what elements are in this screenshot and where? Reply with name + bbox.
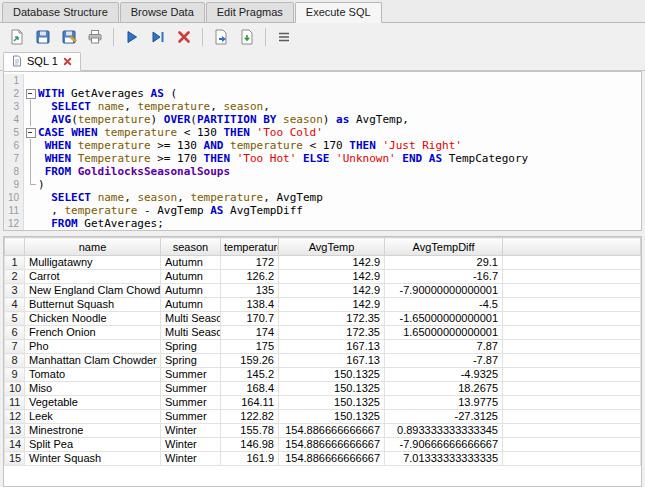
cell-avgtemp[interactable]: 150.1325 <box>279 396 385 410</box>
cell-season[interactable]: Multi Season <box>161 326 221 340</box>
cell-temperature[interactable]: 122.82 <box>221 410 279 424</box>
tab-browse-data[interactable]: Browse Data <box>120 2 205 23</box>
cell-avgtemp[interactable]: 142.9 <box>279 256 385 270</box>
cell-avgtempdiff[interactable]: -7.87 <box>385 354 503 368</box>
row-number[interactable]: 14 <box>5 438 25 452</box>
cell-temperature[interactable]: 145.2 <box>221 368 279 382</box>
cell-name[interactable]: Tomato <box>25 368 161 382</box>
row-number[interactable]: 15 <box>5 452 25 466</box>
cell-temperature[interactable]: 164.11 <box>221 396 279 410</box>
cell-avgtempdiff[interactable]: 7.01333333333335 <box>385 452 503 466</box>
row-number[interactable]: 6 <box>5 326 25 340</box>
cell-avgtempdiff[interactable]: 13.9775 <box>385 396 503 410</box>
cell-season[interactable]: Multi Season <box>161 312 221 326</box>
cell-season[interactable]: Winter <box>161 424 221 438</box>
cell-name[interactable]: Pho <box>25 340 161 354</box>
cell-name[interactable]: Mulligatawny <box>25 256 161 270</box>
cell-name[interactable]: Leek <box>25 410 161 424</box>
row-number[interactable]: 7 <box>5 340 25 354</box>
cell-name[interactable]: Winter Squash <box>25 452 161 466</box>
row-number[interactable]: 8 <box>5 354 25 368</box>
cell-avgtemp[interactable]: 154.886666666667 <box>279 424 385 438</box>
tab-database-structure[interactable]: Database Structure <box>2 2 119 23</box>
cell-temperature[interactable]: 126.2 <box>221 270 279 284</box>
cell-temperature[interactable]: 175 <box>221 340 279 354</box>
save-sql-file-as-button[interactable] <box>57 26 81 48</box>
cell-temperature[interactable]: 155.78 <box>221 424 279 438</box>
cell-temperature[interactable]: 159.26 <box>221 354 279 368</box>
cell-avgtempdiff[interactable]: -4.5 <box>385 298 503 312</box>
cell-temperature[interactable]: 168.4 <box>221 382 279 396</box>
cell-avgtemp[interactable]: 150.1325 <box>279 368 385 382</box>
open-sql-file-button[interactable] <box>5 26 29 48</box>
cell-season[interactable]: Autumn <box>161 298 221 312</box>
cell-avgtemp[interactable]: 154.886666666667 <box>279 452 385 466</box>
cell-avgtempdiff[interactable]: -16.7 <box>385 270 503 284</box>
row-number[interactable]: 10 <box>5 382 25 396</box>
cell-avgtemp[interactable]: 142.9 <box>279 284 385 298</box>
cell-name[interactable]: Manhattan Clam Chowder <box>25 354 161 368</box>
cell-temperature[interactable]: 174 <box>221 326 279 340</box>
cell-temperature[interactable]: 135 <box>221 284 279 298</box>
cell-avgtempdiff[interactable]: -4.9325 <box>385 368 503 382</box>
cell-season[interactable]: Summer <box>161 396 221 410</box>
cell-avgtempdiff[interactable]: 0.893333333333345 <box>385 424 503 438</box>
cell-avgtemp[interactable]: 142.9 <box>279 270 385 284</box>
tab-execute-sql[interactable]: Execute SQL <box>295 2 382 23</box>
cell-temperature[interactable]: 170.7 <box>221 312 279 326</box>
cell-avgtempdiff[interactable]: 7.87 <box>385 340 503 354</box>
cell-season[interactable]: Autumn <box>161 284 221 298</box>
cell-name[interactable]: Vegetable <box>25 396 161 410</box>
row-number[interactable]: 9 <box>5 368 25 382</box>
save-results-button[interactable] <box>235 26 259 48</box>
cell-avgtemp[interactable]: 172.35 <box>279 312 385 326</box>
cell-name[interactable]: Minestrone <box>25 424 161 438</box>
column-header-avgtemp[interactable]: AvgTemp <box>279 238 385 256</box>
cell-avgtempdiff[interactable]: -27.3125 <box>385 410 503 424</box>
cell-avgtemp[interactable]: 150.1325 <box>279 382 385 396</box>
print-button[interactable] <box>83 26 107 48</box>
cell-avgtempdiff[interactable]: -1.65000000000001 <box>385 312 503 326</box>
cell-avgtemp[interactable]: 154.886666666667 <box>279 438 385 452</box>
export-results-button[interactable] <box>209 26 233 48</box>
cell-name[interactable]: Butternut Squash <box>25 298 161 312</box>
cell-name[interactable]: French Onion <box>25 326 161 340</box>
row-number[interactable]: 5 <box>5 312 25 326</box>
fold-collapse-icon[interactable] <box>24 87 37 100</box>
sql-editor[interactable]: 12WITH GetAverages AS (3 SELECT name, te… <box>3 71 642 231</box>
cell-season[interactable]: Autumn <box>161 256 221 270</box>
cell-name[interactable]: Split Pea <box>25 438 161 452</box>
cell-temperature[interactable]: 146.98 <box>221 438 279 452</box>
cell-avgtemp[interactable]: 142.9 <box>279 298 385 312</box>
cell-avgtempdiff[interactable]: 29.1 <box>385 256 503 270</box>
execute-all-button[interactable] <box>120 26 144 48</box>
cell-season[interactable]: Winter <box>161 452 221 466</box>
menu-button[interactable] <box>272 26 296 48</box>
row-number[interactable]: 3 <box>5 284 25 298</box>
tab-edit-pragmas[interactable]: Edit Pragmas <box>206 2 294 23</box>
cell-avgtemp[interactable]: 167.13 <box>279 354 385 368</box>
cell-temperature[interactable]: 172 <box>221 256 279 270</box>
cell-season[interactable]: Winter <box>161 438 221 452</box>
row-number[interactable]: 12 <box>5 410 25 424</box>
row-number[interactable]: 1 <box>5 256 25 270</box>
cell-name[interactable]: Chicken Noodle <box>25 312 161 326</box>
save-sql-file-button[interactable] <box>31 26 55 48</box>
cell-season[interactable]: Summer <box>161 410 221 424</box>
row-number[interactable]: 11 <box>5 396 25 410</box>
row-number[interactable]: 2 <box>5 270 25 284</box>
column-header-name[interactable]: name <box>25 238 161 256</box>
cell-season[interactable]: Spring <box>161 354 221 368</box>
fold-collapse-icon[interactable] <box>24 126 37 139</box>
cell-avgtemp[interactable]: 150.1325 <box>279 410 385 424</box>
cell-avgtempdiff[interactable]: 1.65000000000001 <box>385 326 503 340</box>
tab-sql-1[interactable]: SQL 1 <box>3 52 81 71</box>
cell-name[interactable]: Carrot <box>25 270 161 284</box>
cell-season[interactable]: Autumn <box>161 270 221 284</box>
cell-name[interactable]: New England Clam Chowder <box>25 284 161 298</box>
column-header-season[interactable]: season <box>161 238 221 256</box>
cell-avgtemp[interactable]: 167.13 <box>279 340 385 354</box>
cell-temperature[interactable]: 138.4 <box>221 298 279 312</box>
cell-season[interactable]: Summer <box>161 368 221 382</box>
column-header-avgtempdiff[interactable]: AvgTempDiff <box>385 238 503 256</box>
